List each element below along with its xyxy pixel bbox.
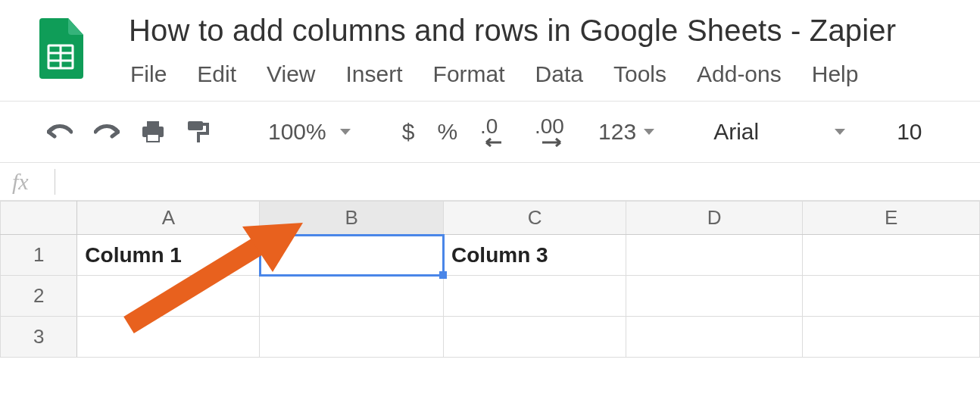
menu-bar: File Edit View Insert Format Data Tools … — [129, 61, 980, 101]
svg-text:.00: .00 — [535, 117, 564, 138]
cell-C3[interactable] — [444, 317, 626, 358]
cell-A2[interactable] — [77, 276, 260, 317]
menu-file[interactable]: File — [130, 61, 167, 87]
cell-B2[interactable] — [260, 276, 444, 317]
cell-C2[interactable] — [444, 276, 626, 317]
paint-format-icon[interactable] — [186, 120, 209, 144]
spreadsheet-grid: A B C D E 1 Column 1 Column 3 2 3 — [0, 201, 980, 358]
svg-text:.0: .0 — [480, 117, 498, 138]
row-header-2[interactable]: 2 — [1, 276, 77, 317]
column-header-A[interactable]: A — [77, 202, 260, 235]
svg-rect-6 — [147, 134, 159, 142]
cell-E2[interactable] — [803, 276, 980, 317]
row-header-1[interactable]: 1 — [1, 235, 77, 276]
column-header-C[interactable]: C — [444, 202, 626, 235]
menu-help[interactable]: Help — [812, 61, 859, 87]
menu-insert[interactable]: Insert — [346, 61, 403, 87]
chevron-down-icon — [835, 129, 845, 135]
cell-A1[interactable]: Column 1 — [77, 235, 260, 276]
cell-E3[interactable] — [803, 317, 980, 358]
cell-B1[interactable] — [260, 235, 444, 276]
decrease-decimal-button[interactable]: .0 — [480, 117, 512, 147]
menu-data[interactable]: Data — [535, 61, 583, 87]
toolbar: 100% $ % .0 .00 123 Arial 10 — [0, 101, 980, 163]
column-header-E[interactable]: E — [803, 202, 980, 235]
sheets-logo-icon — [38, 18, 83, 79]
divider — [55, 169, 55, 195]
chevron-down-icon — [644, 129, 654, 135]
format-percent-button[interactable]: % — [437, 119, 457, 145]
print-icon[interactable] — [141, 120, 165, 143]
cell-C1[interactable]: Column 3 — [444, 235, 626, 276]
menu-tools[interactable]: Tools — [613, 61, 666, 87]
svg-rect-7 — [188, 121, 203, 130]
font-size-value[interactable]: 10 — [897, 119, 922, 145]
cell-D3[interactable] — [626, 317, 803, 358]
column-header-D[interactable]: D — [626, 202, 803, 235]
font-family-value: Arial — [713, 119, 759, 145]
menu-format[interactable]: Format — [433, 61, 505, 87]
redo-icon[interactable] — [94, 123, 120, 141]
selection-handle-icon[interactable] — [439, 271, 447, 279]
cell-E1[interactable] — [803, 235, 980, 276]
formula-input[interactable] — [63, 163, 980, 200]
row-header-3[interactable]: 3 — [1, 317, 77, 358]
cell-A3[interactable] — [77, 317, 260, 358]
undo-icon[interactable] — [47, 123, 73, 141]
format-currency-button[interactable]: $ — [402, 119, 415, 145]
svg-rect-4 — [147, 121, 159, 127]
select-all-corner[interactable] — [1, 202, 77, 235]
chevron-down-icon — [340, 129, 351, 135]
cell-D2[interactable] — [626, 276, 803, 317]
fx-label-icon: fx — [12, 169, 55, 195]
document-title[interactable]: How to add columns and rows in Google Sh… — [129, 14, 980, 48]
font-family-dropdown[interactable]: Arial — [713, 119, 845, 145]
cell-B3[interactable] — [260, 317, 444, 358]
more-formats-dropdown[interactable]: 123 — [598, 119, 654, 145]
menu-view[interactable]: View — [267, 61, 315, 87]
column-header-B[interactable]: B — [260, 202, 444, 235]
zoom-dropdown[interactable]: 100% — [268, 119, 351, 145]
menu-edit[interactable]: Edit — [197, 61, 236, 87]
menu-addons[interactable]: Add-ons — [697, 61, 782, 87]
increase-decimal-button[interactable]: .00 — [535, 117, 576, 147]
cell-D1[interactable] — [626, 235, 803, 276]
zoom-value: 100% — [268, 119, 326, 145]
more-formats-label: 123 — [598, 119, 636, 145]
formula-bar: fx — [0, 163, 980, 201]
